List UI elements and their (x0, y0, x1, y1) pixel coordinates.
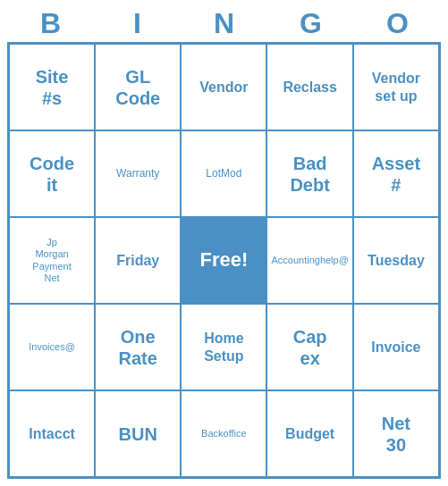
cell-text-16: OneRate (119, 326, 157, 369)
cell-text-15: Invoices@ (29, 341, 75, 353)
cell-text-0: Site#s (36, 66, 69, 109)
cell-text-19: Invoice (371, 339, 420, 356)
bingo-cell-14[interactable]: Tuesday (353, 217, 439, 304)
bingo-cell-7[interactable]: LotMod (181, 130, 266, 217)
bingo-cell-24[interactable]: Net30 (353, 390, 439, 477)
header-letter-i: I (97, 7, 178, 40)
header-letter-n: N (184, 7, 265, 40)
bingo-cell-13[interactable]: Accountinghelp@ (266, 217, 352, 304)
cell-text-2: Vendor (199, 79, 248, 96)
cell-text-1: GLCode (115, 66, 160, 109)
cell-text-20: Intacct (29, 425, 75, 442)
cell-text-21: BUN (119, 423, 157, 445)
cell-text-10: JpMorganPaymentNet (32, 237, 71, 284)
cell-text-6: Warranty (116, 167, 159, 180)
bingo-cell-18[interactable]: Capex (266, 304, 352, 390)
bingo-cell-20[interactable]: Intacct (9, 390, 95, 477)
bingo-cell-3[interactable]: Reclass (266, 44, 352, 130)
header-letter-b: B (11, 7, 91, 40)
bingo-cell-23[interactable]: Budget (266, 390, 352, 477)
cell-text-4: Vendorset up (372, 70, 420, 104)
bingo-cell-6[interactable]: Warranty (95, 130, 181, 217)
bingo-cell-5[interactable]: Codeit (9, 130, 95, 217)
cell-text-9: Asset# (372, 153, 420, 196)
bingo-cell-12[interactable]: Free! (181, 217, 266, 304)
bingo-cell-0[interactable]: Site#s (9, 44, 95, 130)
header-letter-g: G (271, 7, 351, 40)
cell-text-12: Free! (199, 248, 248, 272)
bingo-cell-17[interactable]: HomeSetup (181, 304, 266, 390)
bingo-cell-4[interactable]: Vendorset up (353, 44, 439, 130)
bingo-cell-8[interactable]: BadDebt (266, 130, 352, 217)
bingo-header: BINGO (7, 7, 441, 40)
cell-text-17: HomeSetup (204, 330, 243, 364)
cell-text-11: Friday (116, 252, 159, 269)
bingo-cell-9[interactable]: Asset# (353, 130, 439, 217)
bingo-cell-11[interactable]: Friday (95, 217, 181, 304)
bingo-cell-2[interactable]: Vendor (181, 44, 266, 130)
bingo-cell-1[interactable]: GLCode (95, 44, 181, 130)
cell-text-23: Budget (285, 425, 334, 442)
cell-text-8: BadDebt (290, 153, 329, 196)
cell-text-3: Reclass (283, 79, 337, 96)
bingo-cell-15[interactable]: Invoices@ (9, 304, 95, 390)
cell-text-5: Codeit (30, 153, 74, 196)
bingo-cell-21[interactable]: BUN (95, 390, 181, 477)
cell-text-13: Accountinghelp@ (271, 255, 348, 266)
bingo-cell-16[interactable]: OneRate (95, 304, 181, 390)
bingo-cell-22[interactable]: Backoffice (181, 390, 266, 477)
bingo-cell-10[interactable]: JpMorganPaymentNet (9, 217, 95, 304)
cell-text-7: LotMod (206, 167, 241, 180)
bingo-cell-19[interactable]: Invoice (353, 304, 439, 390)
cell-text-18: Capex (293, 326, 327, 369)
cell-text-14: Tuesday (368, 252, 425, 269)
cell-text-22: Backoffice (201, 428, 247, 440)
cell-text-24: Net30 (382, 413, 410, 456)
bingo-grid: Site#sGLCodeVendorReclassVendorset upCod… (7, 42, 441, 479)
header-letter-o: O (358, 7, 438, 40)
